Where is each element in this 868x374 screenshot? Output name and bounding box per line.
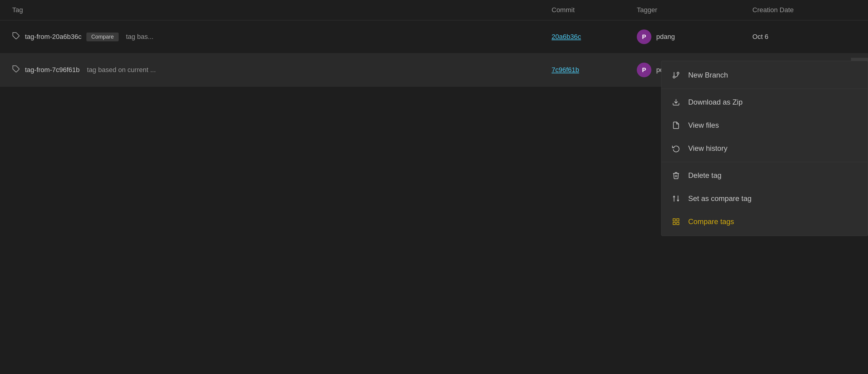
col-header-commit: Commit (552, 6, 637, 14)
svg-rect-9 (677, 218, 679, 221)
menu-item-label: Download as Zip (688, 98, 743, 106)
menu-item-label: New Branch (688, 71, 728, 79)
menu-item-delete-tag[interactable]: Delete tag (661, 164, 868, 187)
commit-link[interactable]: 7c96f61b (552, 66, 579, 74)
commit-cell: 7c96f61b (552, 66, 637, 74)
menu-item-label: Delete tag (688, 171, 721, 180)
tag-cell: tag-from-7c96f61b tag based on current .… (12, 65, 552, 75)
menu-item-download-zip[interactable]: Download as Zip (661, 91, 868, 114)
table-header: Tag Commit Tagger Creation Date (0, 0, 868, 21)
menu-item-view-files[interactable]: View files (661, 114, 868, 137)
menu-item-view-history[interactable]: View history (661, 137, 868, 160)
col-header-creation-date: Creation Date (734, 6, 856, 14)
tag-cell: tag-from-20a6b36c Compare tag bas... (12, 32, 552, 42)
avatar: P (637, 30, 651, 44)
menu-item-new-branch[interactable]: New Branch (661, 64, 868, 87)
tag-description: tag bas... (126, 33, 154, 41)
branch-icon (671, 70, 681, 80)
commit-cell: 20a6b36c (552, 33, 637, 41)
history-icon (671, 143, 681, 153)
svg-point-3 (677, 72, 679, 74)
menu-item-set-compare-tag[interactable]: Set as compare tag (661, 187, 868, 210)
tagger-cell: P pdang (637, 30, 734, 44)
avatar: P (637, 63, 651, 77)
menu-divider (661, 89, 868, 89)
menu-item-label: Compare tags (688, 217, 734, 226)
svg-point-4 (673, 76, 675, 78)
compare-icon (671, 194, 681, 203)
menu-item-label: Set as compare tag (688, 194, 751, 203)
col-header-tagger: Tagger (637, 6, 734, 14)
tag-name: tag-from-7c96f61b (25, 66, 80, 74)
svg-rect-10 (673, 222, 675, 225)
download-icon (671, 97, 681, 107)
compare-tags-icon (671, 217, 681, 227)
tag-description: tag based on current ... (87, 66, 156, 74)
trash-icon (671, 171, 681, 180)
tag-icon (12, 65, 20, 75)
menu-item-compare-tags[interactable]: Compare tags (661, 210, 868, 233)
commit-link[interactable]: 20a6b36c (552, 33, 581, 40)
menu-item-label: View history (688, 144, 727, 152)
menu-item-label: View files (688, 121, 719, 130)
svg-rect-11 (677, 222, 679, 225)
table-row: tag-from-20a6b36c Compare tag bas... 20a… (0, 21, 868, 54)
tag-icon (12, 32, 20, 42)
col-header-tag: Tag (12, 6, 552, 14)
context-menu: New Branch Download as Zip View files (661, 61, 868, 236)
file-icon (671, 121, 681, 130)
tag-name: tag-from-20a6b36c (25, 33, 82, 41)
tagger-name: pdang (656, 33, 675, 41)
svg-rect-8 (673, 218, 675, 221)
compare-badge[interactable]: Compare (86, 33, 119, 41)
creation-date: Oct 6 (734, 33, 856, 41)
